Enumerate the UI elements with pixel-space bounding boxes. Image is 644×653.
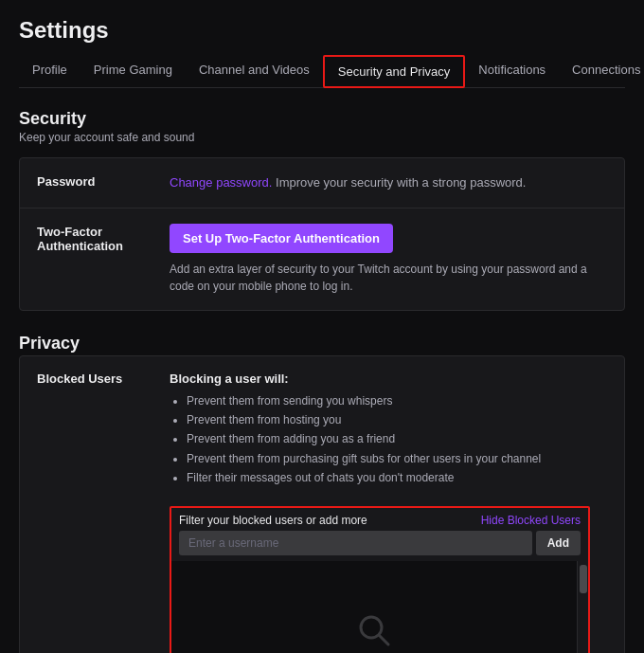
list-item: Filter their messages out of chats you d…: [187, 468, 607, 487]
blocked-users-list: You haven't added any users to this list…: [171, 561, 588, 653]
tab-connections[interactable]: Connections: [559, 55, 644, 88]
password-content: Change password. Improve your security w…: [170, 173, 607, 192]
tab-channel-videos[interactable]: Channel and Videos: [186, 55, 323, 88]
username-input[interactable]: [179, 531, 532, 555]
input-row: Add: [171, 531, 588, 561]
vertical-scrollbar[interactable]: [577, 561, 588, 653]
tab-notifications[interactable]: Notifications: [465, 55, 559, 88]
hide-blocked-users-link[interactable]: Hide Blocked Users: [481, 514, 581, 527]
security-section-subtitle: Keep your account safe and sound: [19, 131, 625, 144]
list-item: Prevent them from purchasing gift subs f…: [187, 449, 607, 468]
tab-prime-gaming[interactable]: Prime Gaming: [80, 55, 186, 88]
change-password-link[interactable]: Change password.: [170, 175, 272, 190]
blocked-effects-list: Prevent them from sending you whispers P…: [170, 391, 607, 488]
scroll-thumb[interactable]: [580, 565, 587, 593]
privacy-card: Blocked Users Blocking a user will: Prev…: [19, 355, 625, 654]
nav-tabs: Profile Prime Gaming Channel and Videos …: [19, 55, 625, 88]
password-description: Improve your security with a strong pass…: [272, 175, 526, 190]
list-item: Prevent them from sending you whispers: [187, 391, 607, 410]
blocked-users-label: Blocked Users: [37, 372, 170, 386]
empty-state: You haven't added any users to this list…: [266, 583, 482, 653]
password-row: Password Change password. Improve your s…: [20, 158, 624, 209]
list-item: Prevent them from adding you as a friend: [187, 429, 607, 448]
two-factor-row: Two-FactorAuthentication Set Up Two-Fact…: [20, 209, 624, 310]
filter-header: Filter your blocked users or add more Hi…: [171, 508, 588, 531]
search-icon: [355, 611, 393, 649]
add-button[interactable]: Add: [536, 531, 581, 555]
tab-profile[interactable]: Profile: [19, 55, 80, 88]
two-factor-label: Two-FactorAuthentication: [37, 224, 170, 253]
filter-label: Filter your blocked users or add more: [179, 514, 367, 527]
blocked-users-content: Blocking a user will: Prevent them from …: [170, 372, 607, 498]
list-item: Prevent them from hosting you: [187, 410, 607, 429]
blocking-title: Blocking a user will:: [170, 372, 607, 386]
page-wrapper: Settings Profile Prime Gaming Channel an…: [0, 0, 644, 653]
blocked-users-list-wrapper: You haven't added any users to this list…: [171, 561, 588, 653]
two-factor-description: Add an extra layer of security to your T…: [170, 261, 607, 295]
filter-container: Filter your blocked users or add more Hi…: [170, 506, 590, 653]
security-card: Password Change password. Improve your s…: [19, 157, 625, 311]
blocked-users-row: Blocked Users Blocking a user will: Prev…: [20, 356, 624, 498]
page-title: Settings: [19, 17, 625, 44]
privacy-section-title: Privacy: [19, 334, 625, 354]
tab-security-privacy[interactable]: Security and Privacy: [323, 55, 466, 88]
security-section-title: Security: [19, 109, 625, 129]
password-label: Password: [37, 173, 170, 189]
svg-line-1: [379, 635, 388, 644]
two-factor-content: Set Up Two-Factor Authentication Add an …: [170, 224, 607, 295]
setup-two-factor-button[interactable]: Set Up Two-Factor Authentication: [170, 224, 393, 253]
